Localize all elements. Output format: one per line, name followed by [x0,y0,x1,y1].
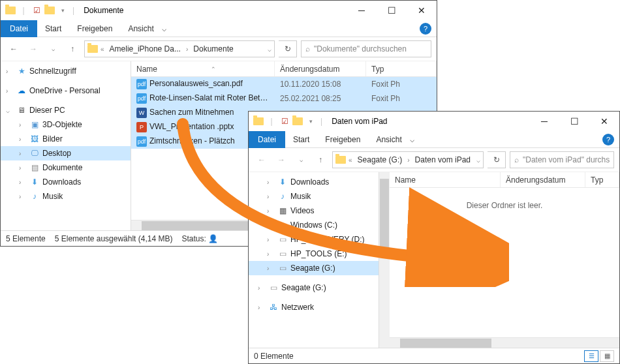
up-button[interactable]: ↑ [313,152,328,168]
sidebar-item-3d[interactable]: ›▣3D-Objekte [1,117,131,132]
col-date[interactable]: Änderungsdatum [275,61,366,76]
col-name[interactable]: Name⌃ [131,61,275,76]
table-row[interactable]: pdfPersonalausweis_scan.pdf10.11.2020 15… [131,77,437,91]
drive-icon: ▭ [277,220,288,230]
breadcrumb[interactable]: Daten vom iPad [412,155,473,164]
tab-ansicht[interactable]: Ansicht [368,131,409,148]
qat-dropdown-icon[interactable]: ▾ [305,115,317,127]
file-date: 25.02.2021 08:25 [275,94,366,103]
table-row[interactable]: pdfRote-Linsen-Salat mit Roter Bete von … [131,91,437,106]
minimize-button[interactable]: ─ [529,112,559,131]
file-icon: pdf [136,79,147,89]
search-input[interactable]: ⌕ "Daten vom iPad" durchs [510,151,614,168]
selection-info: 5 Elemente ausgewählt (4,14 MB) [55,234,173,243]
tab-freigeben[interactable]: Freigeben [317,131,368,148]
col-type[interactable]: Typ [585,172,619,187]
titlebar[interactable]: | ☑ ▾ | Dokumente ─ ☐ ✕ [1,1,437,20]
sidebar-item-label: Musik [290,192,311,201]
file-tab[interactable]: Datei [249,131,285,148]
properties-icon[interactable]: ☑ [31,5,42,16]
sidebar-item-label: 3D-Objekte [42,120,82,129]
search-input[interactable]: ⌕ "Dokumente" durchsuchen [301,40,431,57]
maximize-button[interactable]: ☐ [559,112,589,131]
address-bar[interactable]: « Amelie_iPhone Da... › Dokumente ⌵ [84,40,275,57]
breadcrumb[interactable]: Seagate (G:) [355,155,405,164]
chevron-down-icon[interactable]: ⌵ [476,157,480,164]
maximize-button[interactable]: ☐ [377,1,407,20]
col-date[interactable]: Änderungsdatum [501,172,585,187]
sidebar-item-bilder[interactable]: ›🖼Bilder [1,132,131,146]
details-view-button[interactable]: ☰ [584,350,598,362]
sidebar-item-downloads[interactable]: ›⬇Downloads [1,175,131,189]
history-dropdown[interactable]: ⌵ [293,152,309,168]
sidebar-item-seagate-g[interactable]: ›▭Seagate (G:) [249,261,379,275]
chevron-right-icon[interactable]: › [407,157,409,164]
col-name[interactable]: Name [390,172,501,187]
column-headers[interactable]: Name Änderungsdatum Typ [390,172,619,188]
horizontal-scrollbar[interactable] [390,337,619,348]
chevron-right-icon[interactable]: › [186,46,188,53]
address-bar[interactable]: « Seagate (G:) › Daten vom iPad ⌵ [332,151,484,168]
sidebar-item-label: Seagate (G:) [281,283,326,292]
sidebar-item-dieser-pc[interactable]: ⌵🖥Dieser PC [1,103,131,117]
file-tab[interactable]: Datei [1,20,37,37]
help-button[interactable]: ? [420,23,431,35]
column-headers[interactable]: Name⌃ Änderungsdatum Typ [131,61,437,77]
window-title: Dokumente [84,6,123,15]
col-type[interactable]: Typ [366,61,437,76]
refresh-button[interactable]: ↻ [279,40,297,57]
ribbon: Datei Start Freigeben Ansicht ⌵ ? [1,20,437,37]
sidebar-item-desktop[interactable]: ›🖵Desktop [1,146,131,160]
help-button[interactable]: ? [602,134,614,145]
forward-button[interactable]: → [25,41,41,57]
qat-dropdown-icon[interactable]: ▾ [57,5,69,16]
sidebar-item-onedrive[interactable]: ›☁OneDrive - Personal [1,83,131,98]
close-button[interactable]: ✕ [407,1,437,20]
breadcrumb[interactable]: Amelie_iPhone Da... [107,44,183,53]
vertical-scrollbar[interactable] [379,172,390,348]
sidebar-item-musik[interactable]: ›♪Musik [249,189,379,204]
ribbon: Datei Start Freigeben Ansicht ⌵ ? [249,131,619,148]
breadcrumb[interactable]: Dokumente [191,44,236,53]
sidebar-item-label: Dieser PC [29,106,65,115]
sidebar-item-downloads[interactable]: ›⬇Downloads [249,175,379,189]
breadcrumb-sep: « [101,46,104,53]
sidebar-item-netzwerk[interactable]: ›🖧Netzwerk [249,300,379,314]
sidebar-item-hp-tools[interactable]: ›▭HP_TOOLS (E:) [249,247,379,261]
tab-start[interactable]: Start [37,20,69,37]
folder-icon [87,45,98,53]
file-icon: pdf [136,136,147,147]
sidebar-item-dokumente[interactable]: ›▤Dokumente [1,160,131,175]
chevron-down-icon[interactable]: ⌵ [162,24,166,33]
file-type: Foxit Ph [366,80,437,89]
drive-icon: ▭ [277,249,288,258]
sidebar-item-hp-recovery[interactable]: ›▭HP_RECOVERY (D:) [249,232,379,247]
sidebar: ›★Schnellzugriff ›☁OneDrive - Personal ⌵… [1,61,131,230]
back-button[interactable]: ← [254,152,270,168]
tab-freigeben[interactable]: Freigeben [69,20,120,37]
history-dropdown[interactable]: ⌵ [45,41,61,57]
tab-start[interactable]: Start [285,131,317,148]
sidebar-item-label: HP_TOOLS (E:) [290,249,347,258]
file-name: pdfRote-Linsen-Salat mit Roter Bete von … [131,93,275,104]
back-button[interactable]: ← [6,41,22,57]
tab-ansicht[interactable]: Ansicht [120,20,161,37]
sidebar-item-windows-c[interactable]: ›▭Windows (C:) [249,218,379,232]
chevron-down-icon[interactable]: ⌵ [268,46,271,53]
properties-icon[interactable]: ☑ [279,115,290,127]
separator: | [320,117,322,126]
forward-button[interactable]: → [273,152,289,168]
sidebar-item-videos[interactable]: ›▦Videos [249,204,379,218]
titlebar[interactable]: | ☑ ▾ | Daten vom iPad ─ ☐ ✕ [249,112,619,131]
up-button[interactable]: ↑ [65,41,80,57]
icons-view-button[interactable]: ▦ [600,350,614,362]
file-name: pdfPersonalausweis_scan.pdf [131,79,275,89]
refresh-button[interactable]: ↻ [488,151,506,168]
close-button[interactable]: ✕ [589,112,619,131]
sidebar-item-musik[interactable]: ›♪Musik [1,189,131,204]
search-placeholder: "Daten vom iPad" durchs [523,155,610,164]
sidebar-item-seagate-g-2[interactable]: ›▭Seagate (G:) [249,281,379,295]
sidebar-item-schnellzugriff[interactable]: ›★Schnellzugriff [1,64,131,78]
chevron-down-icon[interactable]: ⌵ [410,135,414,144]
minimize-button[interactable]: ─ [347,1,377,20]
